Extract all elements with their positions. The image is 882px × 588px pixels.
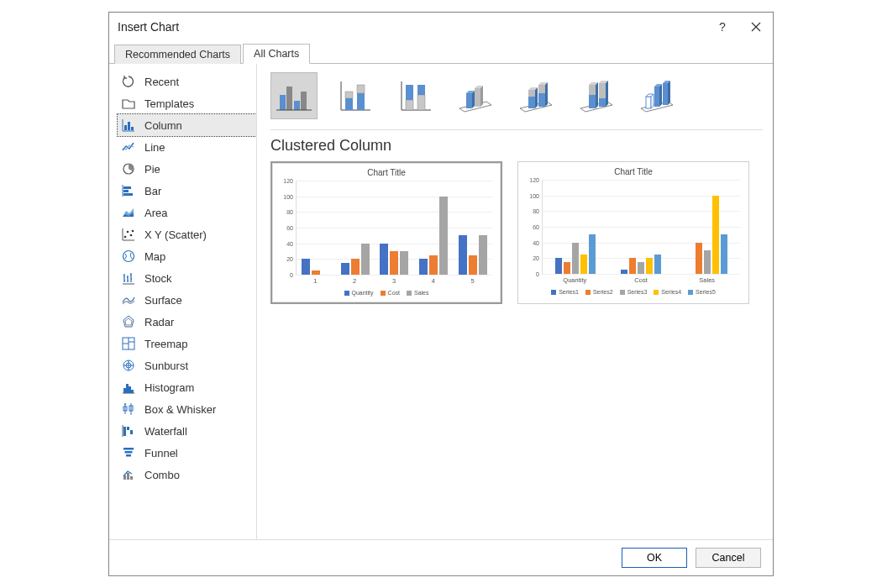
sidebar-item-label: Combo	[144, 469, 180, 481]
sidebar-item-waterfall[interactable]: Waterfall	[118, 420, 256, 442]
svg-rect-43	[125, 451, 133, 454]
recent-icon	[121, 74, 136, 89]
cancel-button[interactable]: Cancel	[696, 548, 761, 568]
sidebar-item-label: Recent	[144, 76, 179, 88]
svg-rect-50	[294, 101, 300, 110]
svg-rect-70	[538, 85, 545, 93]
templates-icon	[121, 96, 136, 111]
sidebar-item-templates[interactable]: Templates	[118, 92, 256, 114]
subtype-3d-100pct-stacked-column[interactable]	[573, 72, 620, 119]
pie-icon	[121, 161, 136, 176]
subtype-100pct-stacked-column[interactable]	[391, 72, 438, 119]
svg-rect-58	[357, 85, 365, 93]
funnel-icon	[121, 445, 136, 460]
chart-legend: QuantityCostSales	[277, 290, 496, 296]
svg-rect-56	[345, 92, 353, 98]
sidebar-item-label: X Y (Scatter)	[144, 228, 207, 241]
sidebar-item-label: Histogram	[144, 381, 194, 394]
svg-rect-67	[528, 97, 535, 108]
chart-preview-title: Chart Title	[277, 168, 496, 177]
help-button[interactable]: ?	[706, 13, 739, 41]
svg-rect-77	[663, 83, 668, 105]
subtype-clustered-column[interactable]	[270, 72, 318, 119]
sidebar-item-map[interactable]: Map	[118, 245, 256, 267]
waterfall-icon	[121, 423, 136, 438]
svg-rect-63	[417, 85, 425, 95]
svg-rect-47	[130, 476, 133, 480]
chart-preview-title: Chart Title	[523, 167, 743, 176]
svg-rect-9	[123, 193, 133, 196]
svg-rect-61	[406, 85, 413, 100]
boxwhisker-icon	[121, 402, 136, 417]
sidebar-item-line[interactable]: Line	[118, 136, 256, 158]
svg-point-13	[127, 231, 129, 234]
stock-icon	[121, 270, 136, 286]
sidebar-item-label: Map	[144, 250, 165, 263]
subtype-stacked-column[interactable]	[331, 72, 378, 119]
sidebar-item-funnel[interactable]: Funnel	[118, 442, 256, 464]
sidebar-item-label: Funnel	[144, 447, 178, 459]
svg-rect-75	[646, 97, 651, 108]
sunburst-icon	[121, 358, 136, 373]
sidebar-item-treemap[interactable]: Treemap	[118, 333, 256, 354]
svg-rect-40	[127, 427, 129, 430]
bar-icon	[121, 183, 136, 198]
sidebar-item-surface[interactable]: Surface	[118, 289, 256, 311]
svg-rect-51	[301, 92, 307, 110]
sidebar-item-label: Line	[144, 141, 165, 154]
svg-rect-44	[126, 454, 131, 457]
svg-rect-64	[417, 95, 425, 110]
subtype-3d-stacked-column[interactable]	[512, 72, 559, 119]
close-button[interactable]	[739, 13, 773, 41]
scatter-icon	[121, 227, 136, 242]
tab-recommended[interactable]: Recommended Charts	[114, 45, 241, 64]
sidebar-item-combo[interactable]: Combo	[118, 464, 256, 486]
sidebar-item-area[interactable]: Area	[118, 202, 256, 223]
sidebar-item-label: Sunburst	[144, 360, 188, 372]
svg-rect-3	[128, 122, 130, 130]
insert-chart-dialog: Insert Chart ? Recommended Charts All Ch…	[108, 12, 774, 576]
combo-icon	[121, 467, 136, 482]
sidebar-item-recent[interactable]: Recent	[118, 71, 256, 92]
sidebar-item-histogram[interactable]: Histogram	[118, 376, 256, 398]
svg-rect-8	[123, 190, 129, 192]
sidebar-item-label: Column	[144, 119, 182, 132]
svg-point-35	[124, 403, 126, 405]
sidebar-item-pie[interactable]: Pie	[118, 158, 256, 180]
sidebar-item-stock[interactable]: Stock	[118, 267, 256, 289]
svg-point-14	[130, 234, 133, 237]
sidebar-item-label: Area	[144, 207, 167, 219]
tab-all-charts[interactable]: All Charts	[243, 44, 310, 64]
svg-rect-69	[538, 93, 545, 107]
chart-previews: Chart Title02040608010012012345QuantityC…	[270, 161, 763, 304]
svg-point-16	[123, 251, 134, 262]
svg-point-15	[132, 230, 134, 233]
sidebar-item-boxwhisker[interactable]: Box & Whisker	[118, 398, 256, 420]
chart-preview-1[interactable]: Chart Title02040608010012012345QuantityC…	[270, 161, 502, 304]
sidebar-item-radar[interactable]: Radar	[118, 311, 256, 333]
sidebar-item-label: Box & Whisker	[144, 403, 216, 416]
svg-rect-74	[599, 83, 606, 98]
svg-rect-55	[345, 98, 353, 110]
sidebar-item-label: Waterfall	[144, 425, 187, 438]
sidebar-item-label: Pie	[144, 163, 160, 176]
sidebar-item-column[interactable]: Column	[118, 114, 256, 136]
sidebar-item-sunburst[interactable]: Sunburst	[118, 354, 256, 376]
svg-rect-49	[286, 87, 292, 110]
subtype-3d-column[interactable]	[633, 72, 680, 119]
sidebar-item-scatter[interactable]: X Y (Scatter)	[118, 223, 256, 245]
titlebar: Insert Chart ?	[109, 13, 773, 41]
svg-rect-2	[124, 125, 127, 130]
svg-rect-39	[123, 427, 126, 436]
sidebar-item-label: Radar	[144, 316, 174, 328]
sidebar-item-label: Treemap	[144, 338, 188, 350]
svg-rect-68	[528, 90, 535, 97]
histogram-icon	[121, 380, 136, 395]
ok-button[interactable]: OK	[622, 548, 687, 568]
line-icon	[121, 139, 136, 155]
dialog-footer: OK Cancel	[109, 539, 773, 575]
chart-preview-2[interactable]: Chart Title020406080100120QuantityCostSa…	[517, 161, 749, 304]
svg-rect-4	[131, 127, 134, 130]
sidebar-item-bar[interactable]: Bar	[118, 180, 256, 202]
subtype-3d-clustered-column[interactable]	[452, 72, 499, 119]
